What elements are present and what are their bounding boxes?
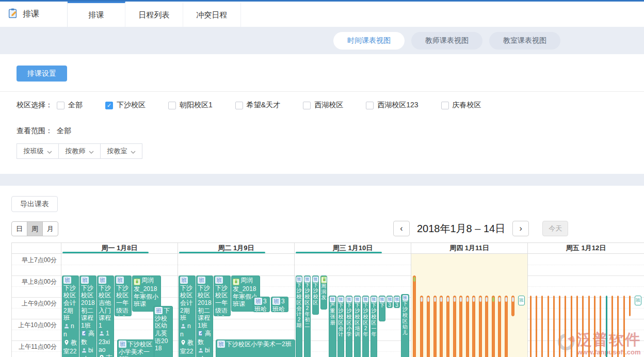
mode-month-button[interactable]: 月 [42,221,58,236]
class-badge-marker[interactable]: 班 [635,296,641,305]
calendar-event[interactable] [440,296,443,357]
calendar-event[interactable] [459,296,462,357]
calendar-event[interactable]: 班下沙校区会计2期 [296,275,302,357]
calendar-event[interactable]: 班下沙校区2年 [362,296,369,357]
calendar-event[interactable]: 班严重张册 [329,296,336,357]
class-badge-marker[interactable]: 班 [518,296,525,305]
calendar-event[interactable] [492,296,495,357]
calendar-event[interactable] [485,296,488,357]
calendar-event[interactable] [541,296,543,357]
event-teacher: 123xiao [99,330,112,353]
calendar-event[interactable]: 班下沙校区2018初二课程1班高数birdy老师 [79,275,96,357]
today-button[interactable]: 今天 [542,221,568,236]
campus-checkbox-chaoyang1[interactable]: 朝阳校区1 [168,101,213,110]
calendar-event[interactable] [433,296,437,357]
event-badge [427,297,429,302]
calendar-event[interactable] [479,296,482,357]
calendar-event[interactable] [446,296,449,357]
calendar-event[interactable]: 班下沙校区一年 [371,296,377,357]
calendar-event[interactable] [505,296,508,357]
calendar-event[interactable] [576,296,578,357]
calendar-event[interactable]: 班下沙校区 [312,275,319,315]
tab-schedule[interactable]: 排课 [68,2,125,27]
by-room-dropdown[interactable]: 按教室 [100,143,142,159]
calendar-event[interactable] [606,296,607,357]
campus-checkbox-xihu123[interactable]: 西湖校区123 [366,101,418,110]
calendar-event[interactable]: 班3班哈哈哈 [253,297,270,312]
calendar-event[interactable] [511,296,514,316]
campus-checkbox-all[interactable]: 全部 [57,101,83,110]
calendar-event[interactable] [536,296,537,357]
calendar-event[interactable]: 班3 [387,296,393,308]
calendar-view-mode-toggle: 日 周 月 [11,221,58,236]
event-title: 周润发 [321,283,327,300]
calendar-event[interactable]: 班下沙校区幼儿英语2018 [153,306,173,357]
calendar-event[interactable]: 班下 [379,296,385,321]
calendar-event[interactable] [600,296,601,357]
campus-checkbox-qingchun[interactable]: 庆春校区 [441,101,481,110]
calendar-event[interactable]: 班下沙校区会计 [337,296,344,357]
calendar-event[interactable] [420,296,423,357]
day-column-fri[interactable]: 班 [527,254,644,357]
calendar-event[interactable]: 班下沙校区小学 [346,296,352,357]
calendar-event[interactable]: 班下沙校区小学美术一2班 [117,339,154,357]
calendar-event[interactable]: 班3班哈哈 [271,297,288,312]
calendar-event[interactable]: 班下沙校区会计2期班nn教室22 [62,275,79,357]
campus-checkbox-xihu[interactable]: 西湖校区 [303,101,343,110]
calendar-event[interactable] [617,296,619,357]
day-column-tue[interactable]: 班下沙校区会计2期班nn教室22班下沙校区2018初二课程1班高数birdy老师… [178,254,294,357]
page-title: 排课 [23,9,39,20]
next-week-button[interactable]: › [512,221,529,236]
view-teacher-table-button[interactable]: 教师课表视图 [411,32,482,50]
calendar-event[interactable]: 班下沙校区吉他入门课程1123xiao吉他教室 [97,275,114,357]
view-room-table-button[interactable]: 教室课表视图 [489,32,560,50]
calendar-event[interactable] [427,296,430,357]
calendar-event[interactable] [498,296,501,357]
prev-week-button[interactable]: ‹ [393,221,410,236]
view-time-table-button[interactable]: 时间课表视图 [333,32,405,50]
by-teacher-dropdown[interactable]: 按教师 [58,143,101,159]
event-title: 下沙校区小学美术一2班 [226,340,292,348]
by-class-dropdown[interactable]: 按班级 [17,143,59,159]
calendar-event[interactable] [472,296,475,357]
calendar-event[interactable] [466,296,469,357]
calendar-event[interactable]: 班3 [394,296,400,308]
class-badge: 班 [254,298,262,305]
mode-week-button[interactable]: 周 [27,221,43,236]
calendar-event[interactable] [453,296,456,357]
calendar-event[interactable]: 班下沙校区一年级语文3班孙小 [115,275,132,316]
calendar-event[interactable]: 班下沙校区小学美术一2班 [216,339,295,357]
tab-schedule-list[interactable]: 日程列表 [125,2,183,27]
calendar-event[interactable] [553,296,555,357]
calendar-event[interactable] [571,296,572,357]
calendar-event[interactable] [594,296,595,357]
day-column-wed[interactable]: 班下沙校区会计2期班下沙校区2年初二班下沙校区周润发班严重张册班下沙校区会计班下… [294,254,411,357]
course-icon [198,330,204,338]
calendar-event[interactable] [611,296,613,357]
calendar-event[interactable] [588,296,590,357]
tab-conflict-schedule[interactable]: 冲突日程 [183,2,241,27]
day-column-thu[interactable]: 班 [411,254,527,357]
calendar-event[interactable] [582,296,584,357]
calendar-event[interactable] [623,296,625,357]
calendar-event[interactable]: 班下沙校区一年级语文3班孙小 [214,275,231,316]
calendar-event[interactable]: 班下沙校区幼儿 [401,294,409,357]
mode-day-button[interactable]: 日 [11,221,27,236]
calendar-event[interactable]: 周润发 [320,275,327,310]
calendar-event[interactable] [559,296,560,357]
campus-checkbox-hope-genius[interactable]: 希望&天才 [235,101,280,110]
calendar-event[interactable] [413,275,416,357]
calendar-event[interactable] [530,296,532,357]
calendar-event[interactable]: 班下沙校区2年初二 [304,275,311,357]
schedule-settings-button[interactable]: 排课设置 [17,66,67,82]
calendar-event[interactable]: 班下沙校区培训 [354,296,361,357]
calendar-event[interactable]: 班下沙校区会计2期班nn教室22 [179,275,196,357]
calendar-event[interactable] [548,296,549,357]
day-column-mon[interactable]: 班下沙校区会计2期班nn教室22班下沙校区2018初二课程1班高数birdy老师… [61,254,178,357]
event-title: 下沙校区一年级语文3班 [215,284,228,316]
calendar-event[interactable] [629,296,631,316]
calendar-event[interactable] [565,296,566,357]
export-timetable-button[interactable]: 导出课表 [11,196,58,212]
calendar-event[interactable]: 班下沙校区2018初二课程1班高数birdy老师 [196,275,213,357]
campus-checkbox-xiasha[interactable]: 下沙校区 [105,101,146,110]
